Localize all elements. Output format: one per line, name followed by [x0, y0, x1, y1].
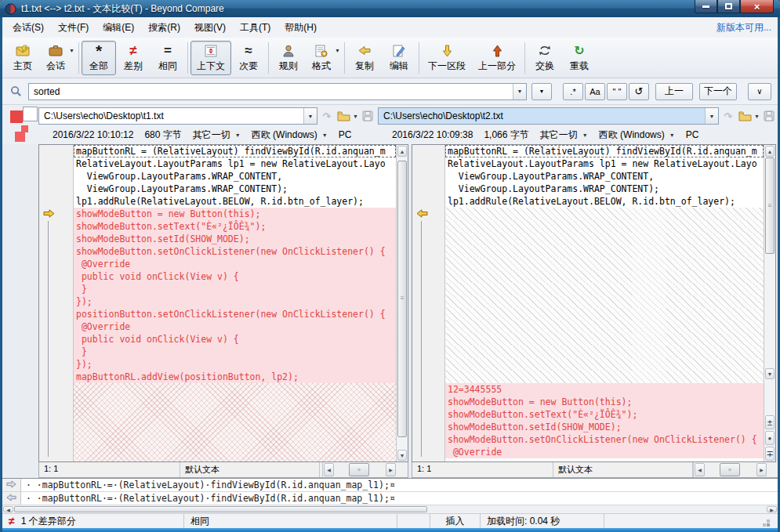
- left-browse-folder-icon[interactable]: [336, 110, 350, 121]
- code-line[interactable]: [445, 320, 764, 333]
- find-next-button[interactable]: 下一个: [699, 83, 737, 100]
- code-line[interactable]: [445, 270, 764, 283]
- minimize-button[interactable]: [695, 0, 717, 13]
- scroll-down-icon[interactable]: ▼: [765, 368, 775, 379]
- left-rule-combo[interactable]: 其它一切▼: [193, 128, 241, 142]
- code-line[interactable]: [445, 283, 764, 295]
- left-path-combo[interactable]: C:\Users\echo\Desktop\t1.txt ▼: [38, 107, 317, 125]
- code-line[interactable]: [445, 295, 764, 308]
- previous-difference-button[interactable]: ±: [765, 415, 775, 429]
- scroll-left-icon[interactable]: ◀: [3, 506, 13, 512]
- code-line[interactable]: mapButtonRL = (RelativeLayout) findViewB…: [445, 145, 764, 157]
- regex-toggle-button[interactable]: .*: [563, 83, 583, 100]
- menu-view[interactable]: 视图(V): [187, 18, 233, 38]
- search-history-dropdown[interactable]: ▼: [513, 84, 526, 100]
- code-line[interactable]: [445, 346, 764, 358]
- code-line[interactable]: showModeButton.setOnClickListener(new On…: [445, 433, 764, 446]
- code-line[interactable]: ViewGroup.LayoutParams.WRAP_CONTENT,: [445, 170, 764, 183]
- match-case-toggle-button[interactable]: Aa: [585, 83, 605, 100]
- resize-grip-icon[interactable]: [767, 523, 770, 527]
- left-horizontal-scrollbar[interactable]: ◀ ≡ ▶: [323, 462, 397, 477]
- next-difference-button[interactable]: ∓: [765, 447, 775, 461]
- code-line[interactable]: showModeButton.setText("È«²¿ÏÔÊ¾");: [74, 220, 396, 233]
- code-line[interactable]: [74, 446, 396, 458]
- diff-marker-right-arrow-icon[interactable]: [43, 209, 55, 220]
- menu-help[interactable]: 帮助(H): [278, 18, 324, 38]
- right-encoding-combo[interactable]: 西欧 (Windows)▼: [599, 128, 675, 142]
- diff-marker-left-arrow-icon[interactable]: [416, 209, 428, 220]
- scroll-left-icon[interactable]: ◀: [695, 463, 705, 476]
- code-line[interactable]: ViewGroup.LayoutParams.WRAP_CONTENT,: [74, 170, 396, 183]
- show-minor-button[interactable]: ≈ 次要: [231, 41, 266, 75]
- right-rule-combo[interactable]: 其它一切▼: [540, 128, 588, 142]
- left-path-dropdown[interactable]: ▼: [303, 108, 317, 124]
- code-line[interactable]: lp1.addRule(RelativeLayout.BELOW, R.id.b…: [74, 195, 396, 208]
- code-line[interactable]: [445, 233, 764, 245]
- whole-word-toggle-button[interactable]: " ": [607, 83, 627, 100]
- copy-button[interactable]: 复制: [347, 41, 382, 75]
- code-line[interactable]: mapButtonRL = (RelativeLayout) findViewB…: [74, 145, 396, 157]
- scroll-up-icon[interactable]: ▲: [765, 146, 775, 157]
- right-path-dropdown[interactable]: ▼: [705, 108, 718, 124]
- code-line[interactable]: [74, 421, 396, 433]
- left-scroll-thumb[interactable]: ≡: [397, 161, 407, 437]
- code-line[interactable]: ViewGroup.LayoutParams.WRAP_CONTENT);: [74, 183, 396, 195]
- left-save-icon[interactable]: [361, 110, 375, 121]
- code-line[interactable]: @Override: [74, 258, 396, 270]
- code-line[interactable]: [74, 408, 396, 421]
- edit-button[interactable]: 编辑: [382, 41, 416, 75]
- right-hscroll-track[interactable]: ≡: [706, 463, 756, 476]
- code-line[interactable]: showModeButton.setOnClickListener(new On…: [74, 245, 396, 258]
- code-line[interactable]: @Override: [74, 320, 396, 333]
- right-browse-dropdown-icon[interactable]: ▼: [754, 114, 760, 119]
- code-line[interactable]: [74, 396, 396, 408]
- maximize-button[interactable]: [717, 0, 740, 13]
- right-horizontal-scrollbar[interactable]: ◀ ≡ ▶: [694, 462, 767, 477]
- right-path-combo[interactable]: C:\Users\echo\Desktop\t2.txt ▼: [378, 107, 719, 125]
- find-previous-button[interactable]: 上一: [655, 83, 693, 100]
- code-line[interactable]: [445, 358, 764, 371]
- code-line[interactable]: [74, 433, 396, 446]
- detail-hscroll-thumb[interactable]: [14, 506, 427, 512]
- current-position-button[interactable]: ●: [765, 431, 775, 445]
- code-line[interactable]: mapButtonRL.addView(positionButton, lp2)…: [74, 371, 396, 383]
- right-refresh-icon[interactable]: ↷: [721, 110, 735, 122]
- next-section-button[interactable]: 下一区段: [422, 41, 472, 75]
- right-hscroll-thumb[interactable]: ≡: [720, 463, 740, 476]
- swap-button[interactable]: 交换: [528, 41, 562, 75]
- wrap-search-button[interactable]: ↺: [629, 83, 649, 100]
- format-button[interactable]: 格式 ▼: [306, 41, 342, 75]
- search-input[interactable]: [29, 84, 513, 100]
- left-code-area[interactable]: mapButtonRL = (RelativeLayout) findViewB…: [74, 145, 396, 461]
- code-line[interactable]: [445, 308, 764, 320]
- collapse-search-button[interactable]: ∨: [748, 83, 771, 100]
- session-diff-map-icon[interactable]: [7, 107, 38, 143]
- scroll-right-icon[interactable]: ▶: [386, 463, 396, 476]
- code-line[interactable]: });: [74, 295, 396, 308]
- menu-file[interactable]: 文件(F): [51, 18, 96, 38]
- show-context-button[interactable]: 上下文: [190, 41, 231, 75]
- titlebar[interactable]: t1.txt <--> t2.txt - 文本比较(T) - Beyond Co…: [0, 0, 780, 17]
- rules-button[interactable]: 规则: [271, 41, 306, 75]
- code-line[interactable]: public void onClick(View v) {: [74, 270, 396, 283]
- show-same-button[interactable]: = 相同: [151, 41, 185, 75]
- scroll-up-icon[interactable]: ▲: [397, 146, 407, 157]
- left-vertical-scrollbar[interactable]: ▲ ≡ ▼: [396, 145, 408, 461]
- left-browse-dropdown-icon[interactable]: ▼: [353, 114, 358, 119]
- sessions-button[interactable]: 会话 ▼: [40, 41, 76, 75]
- new-version-link[interactable]: 新版本可用...: [717, 21, 771, 34]
- code-line[interactable]: ViewGroup.LayoutParams.WRAP_CONTENT);: [445, 183, 764, 195]
- code-line[interactable]: showModeButton.setId(SHOW_MODE);: [74, 233, 396, 245]
- sessions-dropdown-icon[interactable]: ▼: [69, 48, 74, 53]
- code-line[interactable]: 12=3445555: [445, 383, 764, 396]
- left-scroll-track[interactable]: ≡: [397, 157, 407, 449]
- code-line[interactable]: showModeButton = new Button(this);: [74, 208, 396, 220]
- code-line[interactable]: showModeButton.setText("È«²¿ÏÔÊ¾");: [445, 408, 764, 421]
- code-line[interactable]: lp1.addRule(RelativeLayout.BELOW, R.id.b…: [445, 195, 764, 208]
- code-line[interactable]: [445, 371, 764, 383]
- right-save-icon[interactable]: [762, 110, 776, 121]
- code-line[interactable]: [74, 383, 396, 396]
- show-all-button[interactable]: * 全部: [82, 41, 116, 75]
- left-hscroll-track[interactable]: ≡: [335, 463, 385, 476]
- code-line[interactable]: public void onClick(View v) {: [74, 333, 396, 346]
